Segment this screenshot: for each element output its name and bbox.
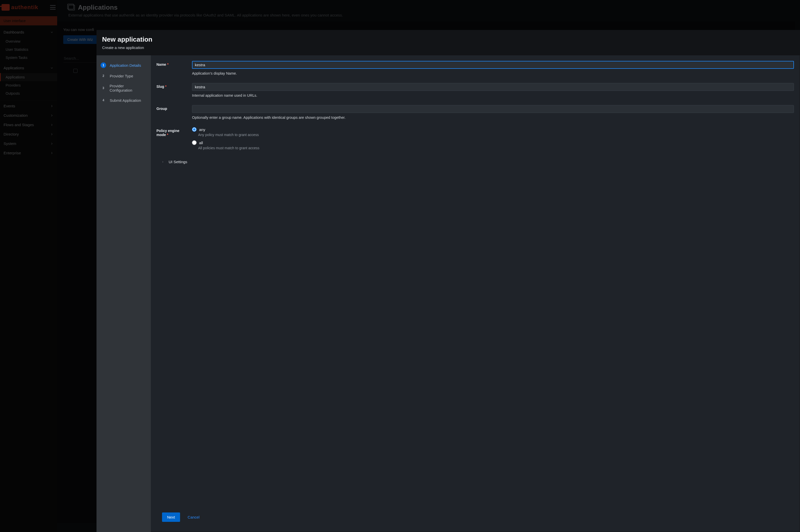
radio-label-any: any: [199, 128, 205, 132]
ui-settings-label: UI Settings: [169, 160, 187, 164]
wizard-form: Name* Application's display Name. Slug* …: [151, 55, 800, 532]
step-label: Submit Application: [110, 98, 141, 102]
step-submit-application[interactable]: 4 Submit Application: [96, 95, 151, 106]
radio-policy-any[interactable]: [192, 127, 197, 132]
group-input[interactable]: [192, 105, 794, 113]
modal-header: New application Create a new application: [96, 30, 800, 55]
help-name: Application's display Name.: [192, 71, 794, 75]
step-number: 1: [100, 62, 106, 68]
step-label: Application Details: [110, 63, 141, 68]
radio-help-all: All policies must match to grant access: [198, 146, 794, 150]
label-policy-engine-mode: Policy engine mode*: [156, 127, 187, 137]
new-application-modal: New application Create a new application…: [96, 30, 800, 532]
radio-policy-all[interactable]: [192, 140, 197, 145]
label-slug: Slug*: [156, 83, 187, 89]
cancel-link[interactable]: Cancel: [188, 515, 200, 519]
step-number: 4: [100, 97, 106, 103]
step-label: Provider Type: [110, 74, 133, 78]
slug-input[interactable]: [192, 83, 794, 91]
step-application-details[interactable]: 1 Application Details: [96, 60, 151, 71]
step-provider-type[interactable]: 2 Provider Type: [96, 71, 151, 81]
step-number: 2: [100, 73, 106, 79]
help-slug: Internal application name used in URLs.: [192, 93, 794, 97]
label-group: Group: [156, 105, 187, 111]
next-button[interactable]: Next: [162, 512, 180, 522]
name-input[interactable]: [192, 61, 794, 69]
modal-title: New application: [102, 36, 794, 43]
modal-footer: Next Cancel: [156, 509, 794, 528]
help-group: Optionally enter a group name. Applicati…: [192, 115, 794, 119]
radio-help-any: Any policy must match to grant access: [198, 133, 794, 137]
radio-label-all: all: [199, 140, 203, 145]
wizard-steps: 1 Application Details 2 Provider Type 3 …: [96, 55, 151, 532]
label-name: Name*: [156, 61, 187, 66]
step-provider-configuration[interactable]: 3 Provider Configuration: [96, 81, 151, 95]
chevron-right-icon: [162, 161, 164, 163]
step-number: 3: [100, 85, 106, 91]
ui-settings-expander[interactable]: UI Settings: [156, 160, 794, 164]
step-label: Provider Configuration: [110, 84, 147, 92]
modal-subtitle: Create a new application: [102, 45, 794, 50]
